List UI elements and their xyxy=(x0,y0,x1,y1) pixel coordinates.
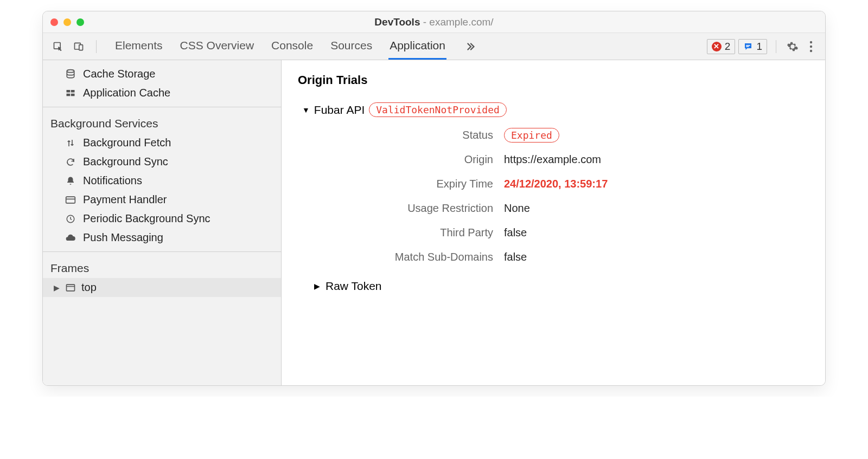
tab-elements[interactable]: Elements xyxy=(114,33,164,60)
application-sidebar: Cache Storage Application Cache Backgrou… xyxy=(43,60,282,385)
sidebar-header-background: Background Services xyxy=(43,112,281,133)
expand-triangle-icon: ▶ xyxy=(314,282,320,290)
row-key-third-party: Third Party xyxy=(330,227,493,239)
messages-counter[interactable]: 1 xyxy=(738,39,767,54)
frame-label: top xyxy=(81,281,97,294)
svg-point-6 xyxy=(810,45,812,47)
sidebar-header-frames: Frames xyxy=(43,256,281,278)
error-icon: ✕ xyxy=(712,42,722,51)
sync-icon xyxy=(65,157,76,167)
sidebar-item-payment-handler[interactable]: Payment Handler xyxy=(43,190,281,209)
sidebar-item-background-fetch[interactable]: Background Fetch xyxy=(43,133,281,152)
messages-count: 1 xyxy=(756,41,762,53)
window-title-location: example.com/ xyxy=(429,16,493,28)
row-key-status: Status xyxy=(330,129,493,141)
card-icon xyxy=(65,195,76,205)
sidebar-item-label: Push Messaging xyxy=(83,231,163,244)
more-options-button[interactable] xyxy=(803,41,819,53)
tab-css-overview[interactable]: CSS Overview xyxy=(179,33,256,60)
svg-rect-13 xyxy=(66,197,75,203)
grid-icon xyxy=(65,88,76,98)
svg-rect-10 xyxy=(71,90,75,93)
settings-button[interactable] xyxy=(785,41,800,53)
svg-rect-16 xyxy=(67,285,75,291)
sidebar-item-push-messaging[interactable]: Push Messaging xyxy=(43,228,281,247)
row-val-origin: https://example.com xyxy=(504,153,809,166)
sidebar-item-label: Cache Storage xyxy=(83,68,155,80)
sidebar-group-frames: Frames ▶ top xyxy=(43,252,281,301)
window-controls xyxy=(50,18,84,26)
sidebar-item-label: Background Sync xyxy=(83,156,168,168)
close-window-button[interactable] xyxy=(50,18,58,26)
arrows-updown-icon xyxy=(65,138,76,148)
tab-application[interactable]: Application xyxy=(388,33,446,60)
errors-count: 2 xyxy=(725,41,731,53)
trial-header-row[interactable]: ▼ Fubar API ValidTokenNotProvided xyxy=(302,102,809,117)
row-key-match-subdomains: Match Sub-Domains xyxy=(330,251,493,263)
svg-rect-4 xyxy=(746,46,749,47)
sidebar-item-frame-top[interactable]: ▶ top xyxy=(43,278,281,297)
svg-point-5 xyxy=(810,41,812,43)
bell-icon xyxy=(65,176,76,186)
trial-status-badge: ValidTokenNotProvided xyxy=(369,102,507,117)
raw-token-label: Raw Token xyxy=(326,280,382,293)
minimize-window-button[interactable] xyxy=(63,18,71,26)
database-icon xyxy=(65,69,76,80)
sidebar-item-notifications[interactable]: Notifications xyxy=(43,171,281,190)
sidebar-item-label: Background Fetch xyxy=(83,137,171,149)
titlebar: DevTools - example.com/ xyxy=(43,11,825,33)
main-content: Origin Trials ▼ Fubar API ValidTokenNotP… xyxy=(282,60,825,385)
row-key-origin: Origin xyxy=(330,153,493,166)
message-icon xyxy=(743,42,753,51)
window-title-app: DevTools xyxy=(374,16,420,28)
svg-point-8 xyxy=(67,69,74,72)
window-title: DevTools - example.com/ xyxy=(43,16,825,28)
sidebar-group-background: Background Services Background Fetch Bac… xyxy=(43,107,281,252)
status-pill: Expired xyxy=(504,128,559,143)
sidebar-item-application-cache[interactable]: Application Cache xyxy=(43,83,281,102)
panel-tabs: Elements CSS Overview Console Sources Ap… xyxy=(114,33,479,60)
row-val-expiry: 24/12/2020, 13:59:17 xyxy=(504,178,809,190)
tab-sources[interactable]: Sources xyxy=(329,33,373,60)
sidebar-item-label: Periodic Background Sync xyxy=(83,212,210,225)
panel-body: Cache Storage Application Cache Backgrou… xyxy=(43,60,825,385)
svg-rect-11 xyxy=(67,93,71,96)
svg-point-7 xyxy=(810,49,812,51)
sidebar-item-background-sync[interactable]: Background Sync xyxy=(43,152,281,171)
svg-rect-12 xyxy=(71,93,75,96)
inspect-element-button[interactable] xyxy=(49,38,67,55)
maximize-window-button[interactable] xyxy=(76,18,84,26)
sidebar-item-label: Notifications xyxy=(83,174,142,187)
row-val-third-party: false xyxy=(504,227,809,239)
page-title: Origin Trials xyxy=(298,73,809,87)
row-val-match-subdomains: false xyxy=(504,251,809,263)
device-toolbar-button[interactable] xyxy=(70,38,87,55)
toolbar-divider xyxy=(776,40,776,53)
sidebar-item-label: Application Cache xyxy=(83,87,170,99)
sidebar-item-label: Payment Handler xyxy=(83,193,167,206)
main-toolbar: Elements CSS Overview Console Sources Ap… xyxy=(43,33,825,60)
row-key-usage: Usage Restriction xyxy=(330,202,493,215)
toolbar-divider xyxy=(96,40,97,53)
expand-triangle-icon: ▶ xyxy=(54,283,60,292)
row-key-expiry: Expiry Time xyxy=(330,178,493,190)
cloud-icon xyxy=(65,232,76,243)
row-val-usage: None xyxy=(504,202,809,215)
devtools-window: DevTools - example.com/ Elements CSS Ove… xyxy=(42,11,826,386)
clock-icon xyxy=(65,214,76,224)
svg-rect-3 xyxy=(746,45,751,46)
frame-icon xyxy=(65,282,76,293)
window-title-sep: - xyxy=(420,16,429,28)
more-tabs-button[interactable] xyxy=(462,33,479,60)
raw-token-row[interactable]: ▶ Raw Token xyxy=(314,280,809,293)
svg-rect-2 xyxy=(79,44,83,50)
trial-name: Fubar API xyxy=(314,104,365,117)
trial-details-grid: Status Expired Origin https://example.co… xyxy=(330,129,809,263)
sidebar-item-cache-storage[interactable]: Cache Storage xyxy=(43,64,281,83)
sidebar-item-periodic-sync[interactable]: Periodic Background Sync xyxy=(43,209,281,228)
row-val-status: Expired xyxy=(504,129,809,141)
svg-rect-9 xyxy=(67,90,71,93)
tab-console[interactable]: Console xyxy=(270,33,314,60)
errors-counter[interactable]: ✕ 2 xyxy=(707,39,736,54)
sidebar-group-cache: Cache Storage Application Cache xyxy=(43,60,281,107)
